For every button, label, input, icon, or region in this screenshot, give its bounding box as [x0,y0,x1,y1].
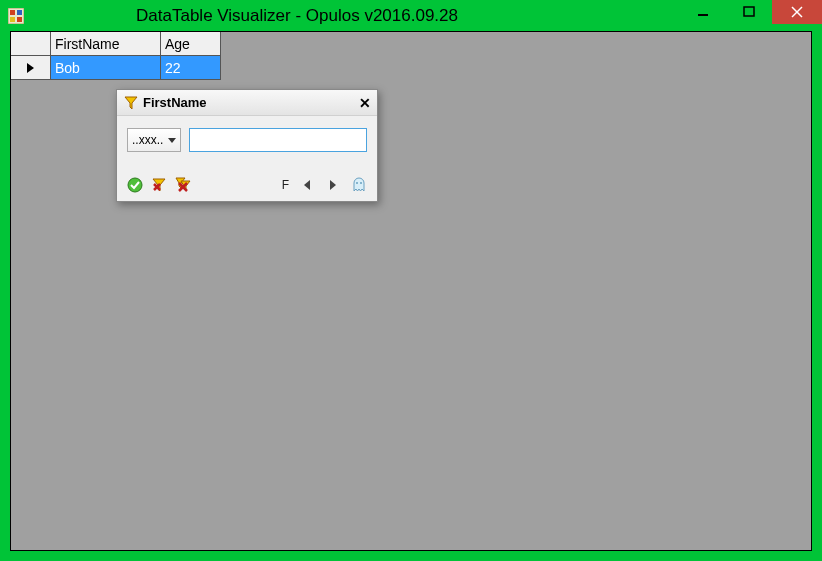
clear-filter-button[interactable] [151,177,167,193]
minimize-button[interactable] [680,0,726,24]
filter-operator-value: ..xxx.. [132,133,163,147]
row-header[interactable] [11,56,51,80]
filter-popup-header[interactable]: FirstName ✕ [117,90,377,116]
titlebar: DataTable Visualizer - Opulos v2016.09.2… [0,0,822,31]
filter-popup-close-button[interactable]: ✕ [359,95,371,111]
nav-label: F [282,178,289,192]
filter-value-input[interactable] [189,128,367,152]
table-row[interactable]: Bob 22 [11,56,221,80]
ghost-icon[interactable] [351,177,367,193]
maximize-button[interactable] [726,0,772,24]
window-title: DataTable Visualizer - Opulos v2016.09.2… [0,6,680,26]
next-button[interactable] [325,177,341,193]
column-header-firstname[interactable]: FirstName [51,32,161,56]
data-grid[interactable]: FirstName Age Bob 22 [11,32,221,80]
clear-all-filters-button[interactable] [175,177,191,193]
app-window: DataTable Visualizer - Opulos v2016.09.2… [0,0,822,561]
close-button[interactable] [772,0,822,24]
filter-popup: FirstName ✕ ..xxx.. [116,89,378,202]
accept-filter-button[interactable] [127,177,143,193]
header-row: FirstName Age [11,32,221,56]
current-row-indicator-icon [27,63,34,73]
chevron-down-icon [168,138,176,143]
svg-rect-6 [744,7,754,16]
filter-popup-body: ..xxx.. [117,116,377,173]
corner-cell[interactable] [11,32,51,56]
filter-popup-title: FirstName [143,95,207,110]
svg-point-18 [356,182,358,184]
column-header-age[interactable]: Age [161,32,221,56]
filter-icon [123,95,139,111]
svg-point-10 [128,178,142,192]
cell-firstname[interactable]: Bob [51,56,161,80]
prev-button[interactable] [299,177,315,193]
client-area: FirstName Age Bob 22 FirstName [10,31,812,551]
cell-age[interactable]: 22 [161,56,221,80]
filter-popup-footer: F [117,173,377,201]
svg-point-19 [360,182,362,184]
svg-marker-9 [125,97,137,109]
window-controls [680,0,822,31]
filter-operator-select[interactable]: ..xxx.. [127,128,181,152]
